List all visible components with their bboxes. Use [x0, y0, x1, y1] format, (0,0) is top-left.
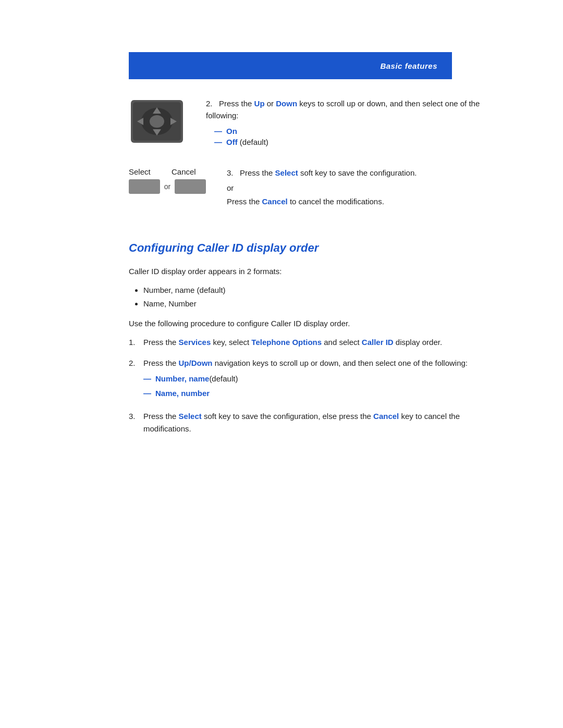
- step3-number: 3.: [227, 168, 234, 177]
- procedure-intro: Use the following procedure to configure…: [129, 317, 494, 330]
- off-note: (default): [238, 138, 268, 146]
- cancel-button-label: Cancel: [172, 167, 196, 176]
- step2-number: 2.: [206, 99, 213, 108]
- caller-id-intro: Caller ID display order appears in 2 for…: [129, 265, 494, 278]
- formats-list: Number, name (default) Name, Number: [143, 284, 494, 310]
- buttons-row: or: [129, 179, 206, 194]
- option-name-number: — Name, number: [143, 387, 494, 400]
- up-key-label: Up: [254, 99, 265, 108]
- step3-cancel-label: Cancel: [262, 197, 288, 206]
- format-item-1: Number, name (default): [143, 284, 494, 297]
- select-cancel-section: Select Cancel or 3. Press the Select sof…: [129, 167, 494, 210]
- option-number-name: — Number, name (default): [143, 373, 494, 385]
- down-key-label: Down: [276, 99, 297, 108]
- step3-caller-text: Press the Select soft key to save the co…: [143, 410, 494, 435]
- name-number-label: Name, number: [155, 387, 210, 400]
- header-banner: Basic features: [129, 52, 452, 79]
- format-item-2: Name, Number: [143, 298, 494, 310]
- on-label: On: [226, 127, 237, 135]
- telephone-options-label: Telephone Options: [251, 338, 322, 347]
- buttons-or-text: or: [164, 182, 170, 191]
- caller-id-options: — Number, name (default) — Name, number: [143, 373, 494, 400]
- select-button-graphic[interactable]: [129, 179, 160, 194]
- caller-id-step2: 2. Press the Up/Down navigation keys to …: [129, 357, 494, 402]
- number-name-note: (default): [209, 373, 238, 385]
- step2-caller-text: Press the Up/Down navigation keys to scr…: [143, 357, 494, 402]
- step3-cancel-paragraph: Press the Cancel to cancel the modificat…: [227, 196, 494, 208]
- step3-text: 3. Press the Select soft key to save the…: [227, 167, 494, 210]
- step3-select-cid: Select: [179, 412, 202, 421]
- step1-text: Press the Services key, select Telephone…: [143, 336, 494, 349]
- step1-num: 1.: [129, 336, 143, 349]
- step3-or: or: [227, 182, 494, 194]
- updown-label: Up/Down: [179, 359, 213, 367]
- step3-paragraph1: 3. Press the Select soft key to save the…: [227, 167, 494, 179]
- keypad-image: [129, 98, 185, 145]
- select-button-label: Select: [129, 167, 165, 176]
- svg-point-7: [150, 115, 164, 128]
- step2-num: 2.: [129, 357, 143, 402]
- caller-id-step3: 3. Press the Select soft key to save the…: [129, 410, 494, 435]
- header-title: Basic features: [380, 61, 437, 70]
- step2-paragraph: 2. Press the Up or Down keys to scroll u…: [206, 98, 494, 121]
- step2-section: 2. Press the Up or Down keys to scroll u…: [129, 98, 494, 149]
- step3-cancel-cid: Cancel: [373, 412, 399, 421]
- cancel-button-graphic[interactable]: [175, 179, 206, 194]
- caller-id-label: Caller ID: [362, 338, 394, 347]
- option-off: — Off (default): [214, 138, 494, 146]
- caller-id-section: Configuring Caller ID display order Call…: [129, 241, 494, 435]
- step2-text: 2. Press the Up or Down keys to scroll u…: [206, 98, 494, 149]
- caller-id-step1: 1. Press the Services key, select Teleph…: [129, 336, 494, 349]
- number-name-label: Number, name: [155, 373, 209, 385]
- numbered-steps: 1. Press the Services key, select Teleph…: [129, 336, 494, 435]
- step3-select-label: Select: [275, 168, 298, 177]
- services-label: Services: [179, 338, 211, 347]
- off-label: Off: [226, 138, 238, 146]
- step2-options: — On — Off (default): [214, 127, 494, 146]
- content-area: 2. Press the Up or Down keys to scroll u…: [129, 98, 494, 435]
- option-on: — On: [214, 127, 494, 135]
- buttons-column: Select Cancel or: [129, 167, 206, 194]
- button-labels-row: Select Cancel: [129, 167, 206, 176]
- page-container: Basic features: [0, 52, 563, 728]
- caller-id-title: Configuring Caller ID display order: [129, 241, 494, 255]
- step3-num: 3.: [129, 410, 143, 435]
